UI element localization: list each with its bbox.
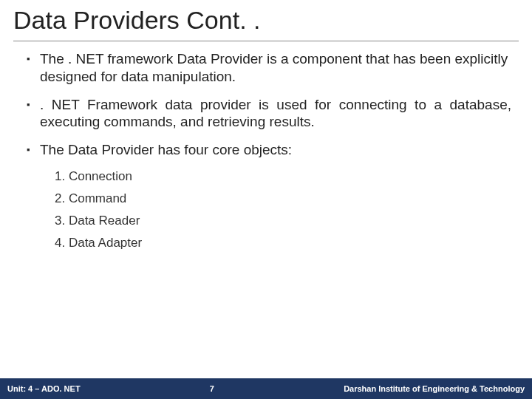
title-block: Data Providers Cont. . — [0, 0, 532, 39]
footer-org: Darshan Institute of Engineering & Techn… — [344, 384, 532, 393]
list-item: 1. Connection — [55, 169, 511, 184]
bullet-marker-icon: ▪ — [27, 50, 40, 86]
bullet-item: ▪ . NET Framework data provider is used … — [27, 96, 511, 132]
bullet-item: ▪ The . NET framework Data Provider is a… — [27, 50, 511, 86]
footer-unit: Unit: 4 – ADO. NET — [0, 384, 81, 393]
bullet-item: ▪ The Data Provider has four core object… — [27, 141, 511, 159]
bullet-marker-icon: ▪ — [27, 96, 40, 132]
slide-body: ▪ The . NET framework Data Provider is a… — [0, 41, 532, 378]
footer-page-number: 7 — [81, 384, 344, 393]
numbered-list: 1. Connection 2. Command 3. Data Reader … — [55, 169, 511, 250]
bullet-text: . NET Framework data provider is used fo… — [40, 96, 511, 132]
slide-footer: Unit: 4 – ADO. NET 7 Darshan Institute o… — [0, 378, 532, 399]
list-item: 4. Data Adapter — [55, 236, 511, 250]
slide: Data Providers Cont. . ▪ The . NET frame… — [0, 0, 532, 399]
list-item: 3. Data Reader — [55, 214, 511, 228]
bullet-marker-icon: ▪ — [27, 141, 40, 159]
bullet-text: The . NET framework Data Provider is a c… — [40, 50, 511, 86]
bullet-text: The Data Provider has four core objects: — [40, 141, 511, 159]
list-item: 2. Command — [55, 191, 511, 206]
slide-title: Data Providers Cont. . — [13, 6, 519, 35]
